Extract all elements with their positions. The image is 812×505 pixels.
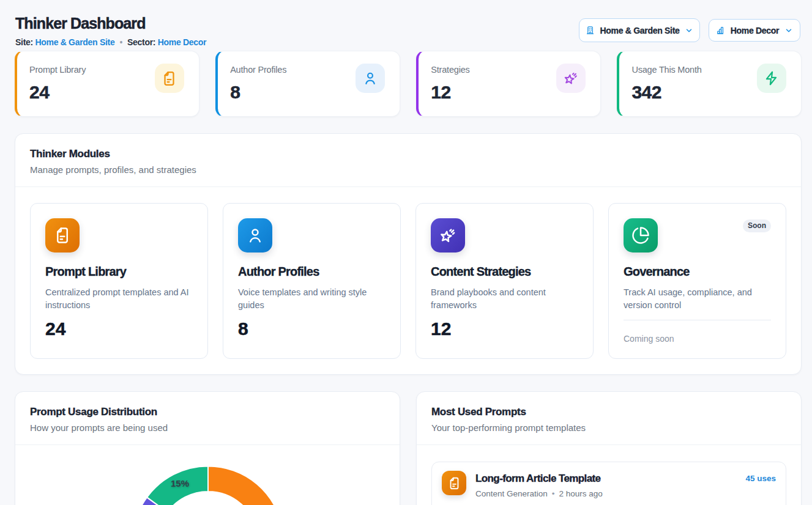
svg-text:15%: 15%: [171, 478, 189, 488]
